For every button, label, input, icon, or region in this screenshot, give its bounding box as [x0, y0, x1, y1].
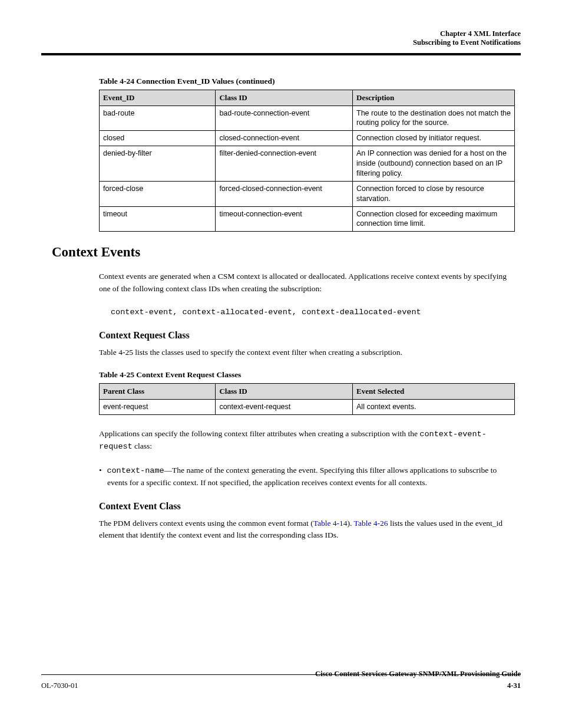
table-cell: The route to the destination does not ma…	[353, 106, 515, 131]
table-cell: event-request	[100, 399, 216, 414]
table-cell: Connection forced to close by resource s…	[353, 181, 515, 206]
table-row: closedclosed-connection-eventConnection …	[100, 131, 515, 146]
table-cell: context-event-request	[216, 399, 353, 414]
table-row: bad-routebad-route-connection-eventThe r…	[100, 106, 515, 131]
header-rule	[41, 53, 521, 55]
code-line: context-event, context-allocated-event, …	[111, 307, 515, 318]
text: Applications can specify the following c…	[99, 429, 419, 438]
table-header: Class ID	[216, 384, 353, 400]
table-row: denied-by-filterfilter-denied-connection…	[100, 146, 515, 182]
table-cell: denied-by-filter	[100, 146, 216, 182]
table-cell: closed-connection-event	[216, 131, 353, 146]
footer-center: Cisco Content Services Gateway SNMP/XML …	[315, 670, 521, 678]
cross-ref-link[interactable]: Table 4-14	[313, 519, 348, 528]
table-caption: Table 4-25 Context Event Request Classes	[99, 370, 515, 380]
table-cell: bad-route-connection-event	[216, 106, 353, 131]
paragraph: Table 4-25 lists the classes used to spe…	[99, 347, 515, 358]
text: —The name of the context generating the …	[107, 466, 497, 487]
table-cell: forced-closed-connection-event	[216, 181, 353, 206]
text: class:	[133, 442, 152, 450]
table-header: Event Selected	[353, 384, 515, 400]
table-row: timeouttimeout-connection-eventConnectio…	[100, 206, 515, 232]
paragraph: The PDM delivers context events using th…	[99, 518, 515, 542]
table-cell: timeout	[100, 206, 216, 232]
subheading: Context Request Class	[99, 330, 515, 341]
text: ).	[348, 519, 354, 528]
cross-ref-link[interactable]: Table 4-26	[354, 519, 388, 528]
page-number: 4-31	[507, 681, 521, 690]
footer-left: OL-7030-01	[41, 681, 78, 690]
running-title: Subscribing to Event Notifications	[41, 38, 521, 47]
paragraph: Context events are generated when a CSM …	[99, 271, 515, 295]
page-footer: OL-7030-01 Cisco Content Services Gatewa…	[41, 681, 521, 690]
code-inline: context-name	[107, 466, 164, 475]
bullet-item: • context-name—The name of the context g…	[107, 465, 515, 489]
table-header: Description	[353, 90, 515, 106]
subheading: Context Event Class	[99, 501, 515, 512]
table-cell: bad-route	[100, 106, 216, 131]
table-cell: forced-close	[100, 181, 216, 206]
table-row: event-requestcontext-event-requestAll co…	[100, 399, 515, 414]
chapter-label: Chapter 4 XML Interface	[41, 29, 521, 38]
table-header: Event_ID	[100, 90, 216, 106]
table-cell: Connection closed by initiator request.	[353, 131, 515, 146]
table-cell: timeout-connection-event	[216, 206, 353, 232]
paragraph: Applications can specify the following c…	[99, 428, 515, 453]
bullet-icon: •	[99, 465, 105, 476]
table-cell: All context events.	[353, 399, 515, 414]
table-cell: closed	[100, 131, 216, 146]
text: The PDM delivers context events using th…	[99, 519, 313, 528]
table-header: Parent Class	[100, 384, 216, 400]
table-header: Class ID	[216, 90, 353, 106]
table-cell: filter-denied-connection-event	[216, 146, 353, 182]
table-caption: Table 4-24 Connection Event_ID Values (c…	[99, 77, 515, 86]
section-heading: Context Events	[52, 245, 515, 260]
connection-event-table: Event_ID Class ID Description bad-routeb…	[99, 90, 515, 232]
context-request-table: Parent Class Class ID Event Selected eve…	[99, 383, 515, 414]
table-row: forced-closeforced-closed-connection-eve…	[100, 181, 515, 206]
table-cell: Connection closed for exceeding maximum …	[353, 206, 515, 232]
table-cell: An IP connection was denied for a host o…	[353, 146, 515, 182]
